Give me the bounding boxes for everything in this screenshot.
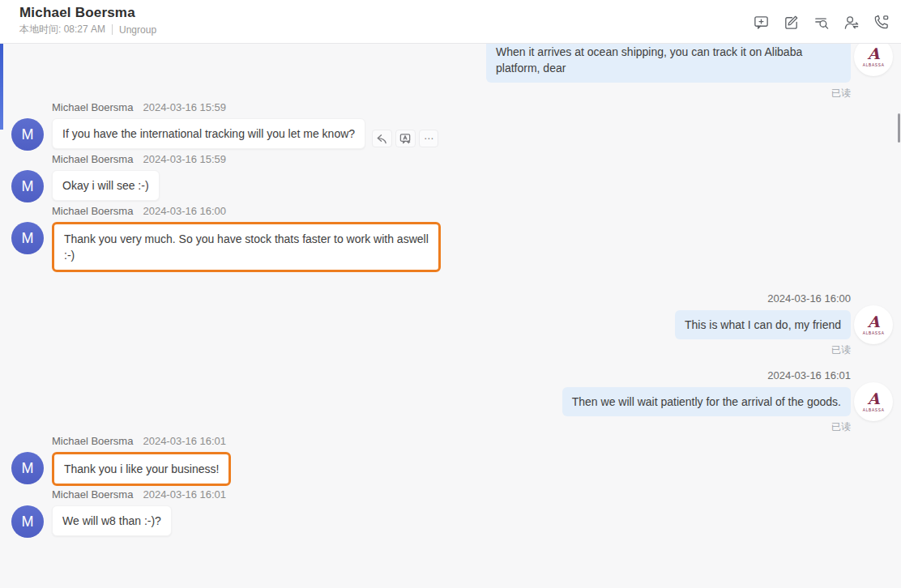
contact-avatar[interactable]: M — [11, 505, 44, 538]
message-timestamp: 2024-03-16 15:59 — [143, 100, 226, 115]
contact-avatar[interactable]: M — [11, 222, 44, 254]
message-hover-actions: ⋯ — [372, 130, 438, 147]
message-timestamp: 2024-03-16 16:01 — [143, 488, 226, 502]
local-time-label: 本地时间: 08:27 AM — [19, 23, 105, 36]
chat-header: Michael Boersma 本地时间: 08:27 AM Ungroup — [0, 0, 901, 44]
header-divider — [112, 24, 113, 35]
avatar-initial: M — [22, 230, 34, 247]
unread-indicator-bar — [0, 44, 3, 130]
message-bubble[interactable]: Thank you i like your business! — [52, 452, 231, 486]
contact-transfer-icon[interactable] — [842, 13, 860, 31]
avatar-brand-label: ALBASSA — [863, 331, 885, 335]
avatar-initial: M — [22, 513, 34, 530]
incoming-message-row: M Michael Boersma 2024-03-16 15:59 If yo… — [0, 118, 901, 151]
message-timestamp: 2024-03-16 16:00 — [143, 204, 226, 219]
incoming-message-row: M Michael Boersma 2024-03-16 16:00 Thank… — [0, 222, 901, 272]
contact-name-title: Michael Boersma — [19, 5, 156, 21]
message-timestamp: 2024-03-16 16:01 — [143, 434, 226, 449]
own-avatar[interactable]: A ALBASSA — [854, 305, 893, 344]
header-contact-info: Michael Boersma 本地时间: 08:27 AM Ungroup — [19, 5, 156, 36]
sender-name: Michael Boersma — [52, 152, 133, 167]
avatar-monogram: A — [868, 46, 880, 62]
scrollbar-thumb[interactable] — [898, 113, 900, 143]
outgoing-message-row: 2024-03-16 16:00 This is what I can do, … — [0, 292, 901, 357]
ungroup-button[interactable]: Ungroup — [119, 24, 156, 36]
incoming-message-row: M Michael Boersma 2024-03-16 16:01 Thank… — [0, 452, 901, 486]
avatar-brand-label: ALBASSA — [863, 408, 885, 412]
reply-icon[interactable] — [372, 130, 392, 147]
sender-name: Michael Boersma — [52, 488, 133, 502]
message-timestamp: 2024-03-16 16:00 — [767, 292, 851, 306]
outgoing-message-row: 2024-03-16 16:01 Then we will wait patie… — [0, 369, 901, 434]
contact-avatar[interactable]: M — [11, 452, 44, 484]
sender-name: Michael Boersma — [52, 100, 133, 115]
read-receipt: 已读 — [831, 420, 851, 434]
contact-avatar[interactable]: M — [11, 118, 44, 151]
message-timestamp: 2024-03-16 15:59 — [143, 152, 226, 167]
sender-name: Michael Boersma — [52, 434, 133, 449]
message-bubble[interactable]: Okay i will see :-) — [52, 170, 160, 201]
message-bubble[interactable]: We will w8 than :-)? — [52, 505, 172, 536]
outgoing-message-row: When it arrives at ocean shipping, you c… — [0, 44, 901, 100]
message-bubble[interactable]: If you have the international tracking w… — [52, 118, 365, 149]
message-list[interactable]: When it arrives at ocean shipping, you c… — [0, 44, 901, 588]
message-bubble[interactable]: Then we will wait patiently for the arri… — [562, 387, 851, 416]
contact-avatar[interactable]: M — [11, 170, 44, 202]
avatar-monogram: A — [868, 314, 880, 330]
new-chat-icon[interactable] — [752, 13, 770, 31]
avatar-initial: M — [22, 460, 34, 477]
search-history-icon[interactable] — [812, 13, 830, 31]
avatar-initial: M — [22, 178, 34, 195]
message-bubble[interactable]: This is what I can do, my friend — [675, 310, 851, 339]
more-icon[interactable]: ⋯ — [419, 130, 438, 147]
own-avatar[interactable]: A ALBASSA — [854, 44, 893, 76]
message-timestamp: 2024-03-16 16:01 — [767, 369, 851, 383]
incoming-message-row: M Michael Boersma 2024-03-16 16:01 We wi… — [0, 505, 901, 538]
call-icon[interactable] — [872, 13, 890, 31]
message-bubble[interactable]: Thank you very much. So you have stock t… — [52, 222, 441, 272]
compose-icon[interactable] — [782, 13, 800, 31]
message-bubble[interactable]: When it arrives at ocean shipping, you c… — [486, 44, 851, 83]
incoming-message-row: M Michael Boersma 2024-03-16 15:59 Okay … — [0, 170, 901, 202]
own-avatar[interactable]: A ALBASSA — [854, 382, 893, 421]
read-receipt: 已读 — [831, 343, 851, 357]
read-receipt: 已读 — [831, 87, 851, 100]
avatar-monogram: A — [868, 391, 880, 407]
translate-icon[interactable] — [395, 130, 416, 147]
avatar-initial: M — [22, 126, 34, 143]
sender-name: Michael Boersma — [52, 204, 133, 219]
header-toolbar — [752, 13, 890, 31]
message-container: When it arrives at ocean shipping, you c… — [0, 44, 901, 538]
avatar-brand-label: ALBASSA — [863, 63, 885, 67]
